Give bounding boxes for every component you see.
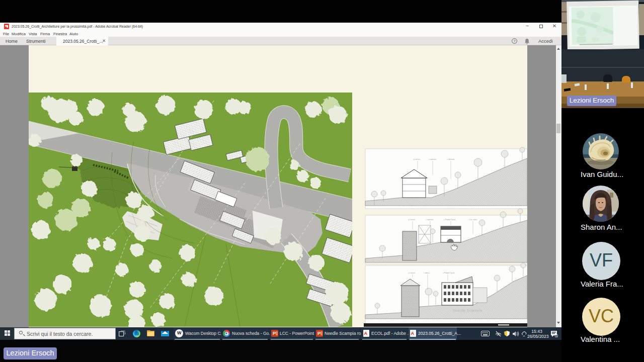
svg-text:r. edificio: r. edificio [424,272,430,274]
svg-text:v. loc. antica: v. loc. antica [469,219,477,221]
svg-text:v. Prodotti Tipicali: v. Prodotti Tipicali [443,272,455,274]
svg-text:v. Generale: v. Generale [447,158,455,160]
svg-text:r. coperture: r. coperture [426,219,434,221]
svg-text:p. terreno: p. terreno [409,272,415,274]
svg-text:r. coperture: r. coperture [429,158,437,160]
svg-text:p. terreno: p. terreno [414,158,420,160]
svg-text:1: 1 [556,334,557,337]
svg-text:p. terreno: p. terreno [409,219,415,221]
svg-text:v. Prodotti Tipicali: v. Prodotti Tipicali [444,219,456,221]
svg-text:Needle Scampia: Needle Scampia [453,308,482,313]
